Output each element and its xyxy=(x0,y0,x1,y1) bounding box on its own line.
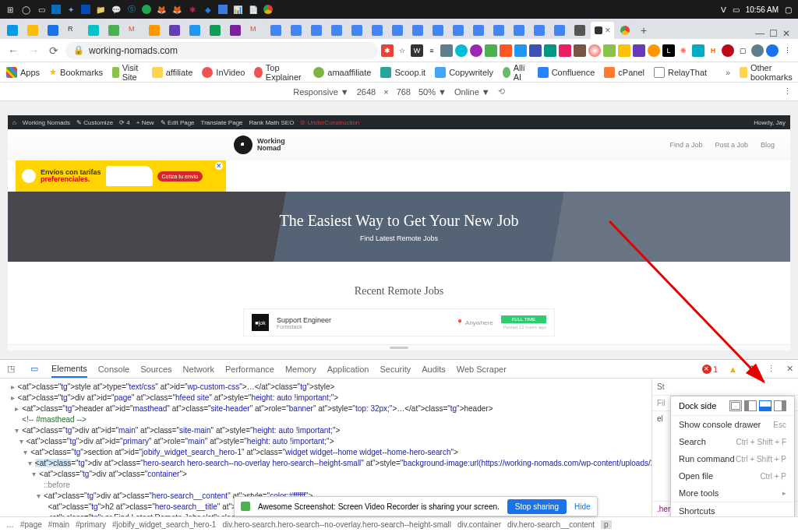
pinned-tab[interactable] xyxy=(226,22,245,39)
dock-menu-item[interactable]: More tools▸ xyxy=(671,484,794,502)
throttle-select[interactable]: Online ▼ xyxy=(454,87,490,97)
job-card[interactable]: ■|ok Support Engineer Formstack 📍Anywher… xyxy=(243,308,555,336)
app-icon[interactable] xyxy=(51,5,61,14)
devtools-tab[interactable]: Sources xyxy=(140,361,171,377)
devtools-tab[interactable]: Performance xyxy=(225,361,274,377)
ad-close-icon[interactable]: ✕ xyxy=(215,162,223,170)
bookmark-item[interactable]: InVideo xyxy=(202,67,245,78)
pinned-tab[interactable] xyxy=(206,22,224,39)
ext-icon[interactable]: ☆ xyxy=(396,44,408,57)
ext-icon[interactable]: ≡ xyxy=(425,44,438,57)
ext-icon[interactable]: ❋ xyxy=(677,44,690,57)
ext-icon[interactable]: W xyxy=(411,44,423,57)
taskview-icon[interactable]: ▭ xyxy=(36,4,47,15)
app-icon[interactable]: 📊 xyxy=(232,4,243,15)
pinned-tab[interactable] xyxy=(267,22,285,39)
pinned-tab[interactable] xyxy=(570,22,589,39)
dock-bottom[interactable] xyxy=(759,400,772,411)
stop-sharing-button[interactable]: Stop sharing xyxy=(507,499,567,514)
devtools-tab[interactable]: Audits xyxy=(422,361,446,377)
window-maximize[interactable]: ☐ xyxy=(769,28,778,39)
warning-icon[interactable]: ▲ xyxy=(729,365,737,374)
devtools-tab[interactable]: Memory xyxy=(285,361,316,377)
cortana-icon[interactable]: ◯ xyxy=(20,4,31,15)
pinned-tab[interactable] xyxy=(3,22,22,39)
pinned-tab[interactable] xyxy=(429,22,447,39)
avatar-icon[interactable] xyxy=(766,44,779,57)
ext-icon[interactable]: H xyxy=(707,44,719,57)
apps-button[interactable]: Apps xyxy=(6,67,40,78)
pinned-tab[interactable] xyxy=(307,22,326,39)
battery-icon[interactable]: ▭ xyxy=(733,5,740,14)
dom-breadcrumb[interactable]: …#page#main#primary#jobify_widget_search… xyxy=(0,516,798,532)
kebab-icon[interactable]: ⋮ xyxy=(781,44,793,57)
reload-button[interactable]: ⟳ xyxy=(45,42,62,59)
app-icon[interactable]: 💬 xyxy=(111,4,122,15)
ext-icon[interactable] xyxy=(440,44,453,57)
ext-icon[interactable] xyxy=(485,44,497,57)
nav-link[interactable]: Find a Job xyxy=(669,141,702,149)
bookmark-item[interactable]: RelayThat xyxy=(654,67,707,78)
pinned-tab[interactable] xyxy=(489,22,508,39)
responsive-kebab-icon[interactable]: ⋮ xyxy=(783,86,792,97)
bookmark-item[interactable]: Confluence xyxy=(538,67,595,78)
ext-icon[interactable] xyxy=(633,44,645,57)
app-icon[interactable]: 📁 xyxy=(95,4,106,15)
pinned-tab[interactable] xyxy=(469,22,488,39)
devtools-tab[interactable]: Network xyxy=(183,361,214,377)
bookmarks-overflow[interactable]: » xyxy=(726,68,730,77)
ext-icon[interactable] xyxy=(544,44,556,57)
ad-banner[interactable]: Envíos con tarifaspreferenciales. Cotiza… xyxy=(16,160,226,192)
dock-menu-item[interactable]: Run commandCtrl + Shift + P xyxy=(671,450,794,467)
clock[interactable]: 10:56 AM xyxy=(746,5,779,14)
inspect-icon[interactable]: ◳ xyxy=(5,363,17,375)
device-select[interactable]: Responsive ▼ xyxy=(293,87,348,97)
window-close[interactable]: ✕ xyxy=(782,28,790,39)
pinned-tab[interactable] xyxy=(388,22,407,39)
bookmark-item[interactable]: amaaffiliate xyxy=(313,67,371,78)
ext-icon[interactable] xyxy=(588,44,601,57)
dock-menu-item[interactable]: Open fileCtrl + P xyxy=(671,467,794,484)
ext-icon[interactable]: ▢ xyxy=(736,44,749,57)
nav-link[interactable]: Blog xyxy=(761,141,775,149)
viewport-height[interactable]: 768 xyxy=(397,87,411,97)
tray-chevron-icon[interactable]: ᐯ xyxy=(721,5,726,14)
new-tab-button[interactable]: + xyxy=(636,22,651,39)
pinned-tab[interactable] xyxy=(510,22,528,39)
devtools-close-icon[interactable]: ✕ xyxy=(786,364,793,374)
pinned-tab[interactable] xyxy=(348,22,366,39)
app-icon[interactable]: ⓢ xyxy=(126,4,137,15)
devtools-tab[interactable]: Application xyxy=(327,361,369,377)
pinned-tab[interactable] xyxy=(550,22,569,39)
pinned-tab[interactable] xyxy=(449,22,468,39)
back-button[interactable]: ← xyxy=(5,42,22,59)
ext-icon[interactable] xyxy=(648,44,660,57)
wp-admin-bar[interactable]: ⌂Working Nomads ✎ Customize⟳ 4 + New✎ Ed… xyxy=(8,115,790,129)
ext-icon[interactable] xyxy=(529,44,542,57)
ext-icon[interactable] xyxy=(574,44,586,57)
bookmark-item[interactable]: Copywritely xyxy=(435,67,493,78)
dock-menu-item[interactable]: SearchCtrl + Shift + F xyxy=(671,433,794,450)
pinned-tab[interactable] xyxy=(44,22,62,39)
app-icon[interactable] xyxy=(81,5,90,14)
win-start-icon[interactable]: ⊞ xyxy=(5,4,16,15)
pinned-tab[interactable]: R xyxy=(64,22,83,39)
app-icon[interactable]: 🦊 xyxy=(156,4,167,15)
pinned-tab[interactable] xyxy=(84,22,103,39)
bookmark-item[interactable]: ★Bookmarks xyxy=(49,67,103,77)
omnibox[interactable]: 🔒 working-nomads.com xyxy=(65,42,378,59)
pinned-tab[interactable] xyxy=(165,22,184,39)
app-icon[interactable]: 📄 xyxy=(248,4,259,15)
pinned-tab[interactable] xyxy=(185,22,204,39)
pinned-tab[interactable]: M xyxy=(125,22,143,39)
pinned-tab[interactable] xyxy=(287,22,305,39)
element-style[interactable]: el xyxy=(657,414,663,423)
pinned-tab[interactable] xyxy=(145,22,164,39)
other-bookmarks[interactable]: Other bookmarks xyxy=(740,63,796,82)
bookmark-item[interactable]: cPanel xyxy=(604,67,644,78)
app-icon[interactable] xyxy=(142,5,151,14)
device-toggle-icon[interactable]: ▭ xyxy=(28,363,41,375)
hide-share-button[interactable]: Hide xyxy=(574,502,591,511)
ext-icon[interactable] xyxy=(559,44,571,57)
devtools-settings-icon[interactable]: ⚙ xyxy=(748,364,756,374)
